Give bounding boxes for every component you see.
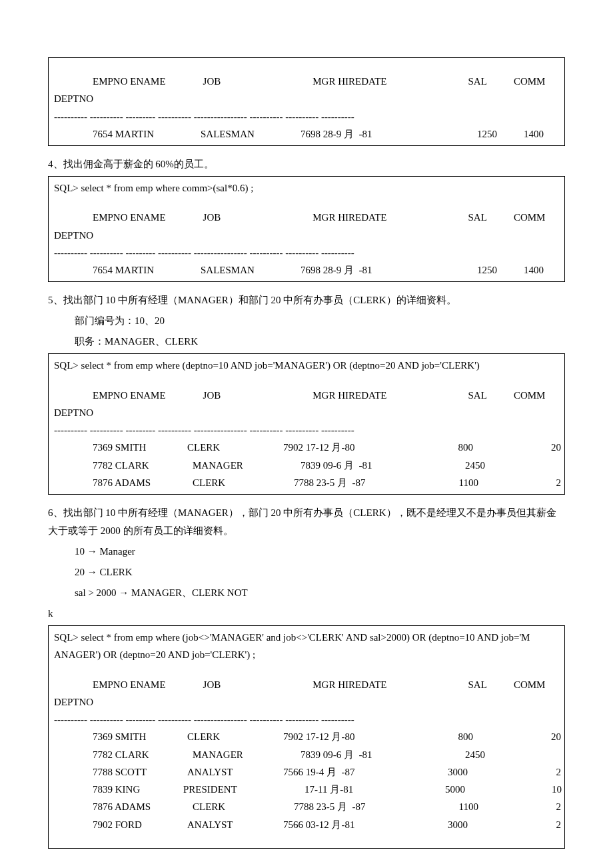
result-block-q5: SQL> select * from emp where (deptno=10 … bbox=[48, 353, 565, 495]
table-row: 7782 CLARKMANAGER7839 09-6 月 -812450 bbox=[54, 746, 559, 763]
deptno-label: DEPTNO bbox=[54, 90, 559, 107]
sql-line: SQL> select * from emp where comm>(sal*0… bbox=[54, 179, 559, 197]
sql-line: ANAGER') OR (deptno=20 AND job='CLERK') … bbox=[54, 646, 559, 663]
table-row: 7876 ADAMSCLERK7788 23-5 月 -8711002 bbox=[54, 474, 559, 491]
deptno-label: DEPTNO bbox=[54, 227, 559, 244]
question-6-k: k bbox=[48, 605, 565, 623]
question-6-note1: 10 → Manager bbox=[48, 543, 565, 561]
table-header: EMPNO ENAMEJOBMGR HIREDATESALCOMM bbox=[54, 73, 559, 90]
table-row: 7782 CLARKMANAGER7839 09-6 月 -812450 bbox=[54, 457, 559, 474]
question-5-note2: 职务：MANAGER、CLERK bbox=[48, 333, 565, 351]
separator: ---------- ---------- --------- --------… bbox=[54, 711, 559, 728]
question-5-title: 5、找出部门 10 中所有经理（MANAGER）和部门 20 中所有办事员（CL… bbox=[48, 291, 565, 309]
result-block-top: EMPNO ENAMEJOBMGR HIREDATESALCOMM DEPTNO… bbox=[48, 57, 565, 146]
question-5-note1: 部门编号为：10、20 bbox=[48, 312, 565, 330]
result-block-q4: SQL> select * from emp where comm>(sal*0… bbox=[48, 176, 565, 282]
table-row: 7876 ADAMSCLERK7788 23-5 月 -8711002 bbox=[54, 798, 559, 815]
table-row: 7902 FORDANALYST7566 03-12 月-8130002 bbox=[54, 816, 559, 833]
deptno-label: DEPTNO bbox=[54, 404, 559, 421]
sql-line: SQL> select * from emp where (job<>'MANA… bbox=[54, 629, 559, 646]
sql-line: SQL> select * from emp where (deptno=10 … bbox=[54, 357, 559, 374]
table-row: 7369 SMITHCLERK7902 17-12 月-8080020 bbox=[54, 728, 559, 745]
result-block-q6: SQL> select * from emp where (job<>'MANA… bbox=[48, 625, 565, 849]
table-row: 7654 MARTINSALESMAN7698 28-9 月 -81125014… bbox=[54, 261, 559, 279]
question-6-note3: sal > 2000 → MANAGER、CLERK NOT bbox=[48, 584, 565, 602]
question-4-title: 4、找出佣金高于薪金的 60%的员工。 bbox=[48, 155, 565, 173]
separator: ---------- ---------- --------- --------… bbox=[54, 244, 559, 261]
question-6-title: 6、找出部门 10 中所有经理（MANAGER），部门 20 中所有办事员（CL… bbox=[48, 504, 565, 540]
table-row: 7788 SCOTTANALYST7566 19-4 月 -8730002 bbox=[54, 763, 559, 781]
separator: ---------- ---------- --------- --------… bbox=[54, 421, 559, 439]
separator: ---------- ---------- --------- --------… bbox=[54, 108, 559, 125]
table-row: 7839 KINGPRESIDENT17-11 月-81500010 bbox=[54, 781, 559, 798]
table-header: EMPNO ENAMEJOBMGR HIREDATESALCOMM bbox=[54, 676, 559, 693]
table-row: 7369 SMITHCLERK7902 17-12 月-8080020 bbox=[54, 439, 559, 456]
table-header: EMPNO ENAMEJOBMGR HIREDATESALCOMM bbox=[54, 387, 559, 404]
deptno-label: DEPTNO bbox=[54, 693, 559, 711]
table-header: EMPNO ENAMEJOBMGR HIREDATESALCOMM bbox=[54, 209, 559, 226]
question-6-note2: 20 → CLERK bbox=[48, 563, 565, 581]
table-row: 7654 MARTINSALESMAN7698 28-9 月 -81125014… bbox=[54, 125, 559, 143]
